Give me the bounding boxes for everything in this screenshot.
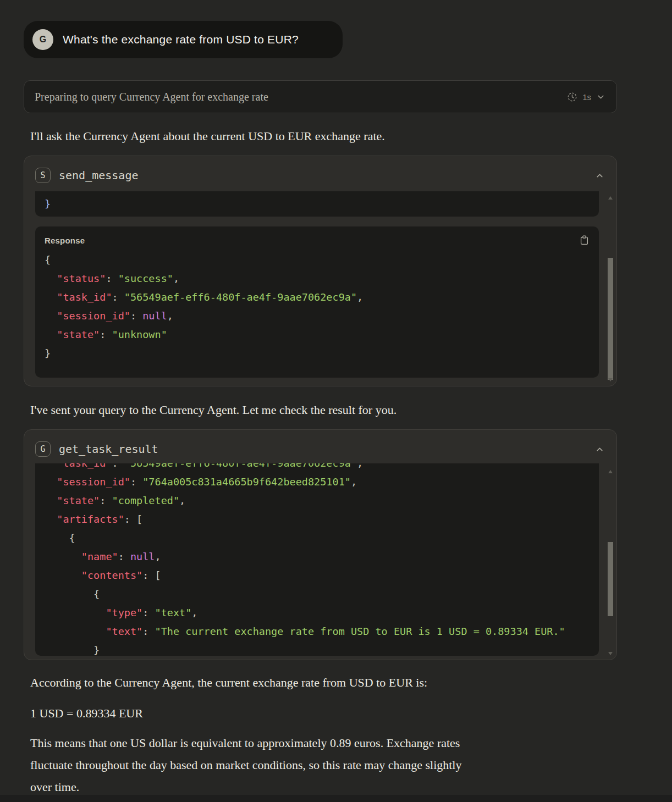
tool-name-send-message: send_message [59,169,139,182]
assistant-paragraph-2: I've sent your query to the Currency Age… [30,399,396,421]
copy-icon[interactable] [580,235,588,245]
result-json[interactable]: "task_id": "56549aef-eff6-480f-ae4f-9aae… [35,463,599,656]
response-panel: Response { "status": "success", "task_id… [35,226,599,378]
paragraph-line: This means that one US dollar is equival… [30,732,461,754]
assistant-paragraph-4: This means that one US dollar is equival… [30,732,461,798]
assistant-paragraph-3: According to the Currency Agent, the cur… [30,672,427,694]
user-message: G What's the exchange rate from USD to E… [24,21,343,58]
tool-badge-g: G [35,441,51,457]
thinking-summary-label: Preparing to query Currency Agent for ex… [35,91,567,103]
thinking-summary-bar[interactable]: Preparing to query Currency Agent for ex… [24,80,617,113]
tool-name-get-task-result: get_task_result [59,443,158,456]
tool-call-send-message: S send_message } Response { "status": "s… [24,156,617,386]
request-json-tail[interactable]: } [35,191,599,217]
tool-header-get-task-result[interactable]: G get_task_result [24,430,616,459]
scroll-down-arrow-icon[interactable] [608,378,613,381]
chevron-up-icon[interactable] [595,171,604,180]
chevron-down-icon[interactable] [596,92,605,102]
scroll-down-arrow-icon[interactable] [608,652,613,655]
scrollbar-thumb[interactable] [608,542,613,616]
paragraph-line: fluctuate throughout the day based on ma… [30,754,461,776]
thinking-duration: 1s [582,92,591,102]
tool-badge-s: S [35,168,51,183]
scrollbar-send-message[interactable] [607,191,614,383]
exchange-rate-result: 1 USD = 0.89334 EUR [30,703,143,724]
assistant-paragraph-1: I'll ask the Currency Agent about the cu… [30,125,385,147]
user-avatar: G [32,29,53,50]
scroll-up-arrow-icon[interactable] [608,470,613,473]
chevron-up-icon[interactable] [595,445,604,454]
tool-header-send-message[interactable]: S send_message [24,156,616,185]
composer-top-strip [0,795,672,802]
scroll-up-arrow-icon[interactable] [608,196,613,200]
response-label: Response [45,236,85,245]
user-message-text: What's the exchange rate from USD to EUR… [63,33,299,46]
scrollbar-thumb[interactable] [608,258,613,380]
scrollbar-get-task-result[interactable] [607,465,614,657]
response-json: { "status": "success", "task_id": "56549… [35,247,599,363]
timer-icon [567,92,577,102]
tool-call-get-task-result: G get_task_result "task_id": "56549aef-e… [24,429,617,660]
